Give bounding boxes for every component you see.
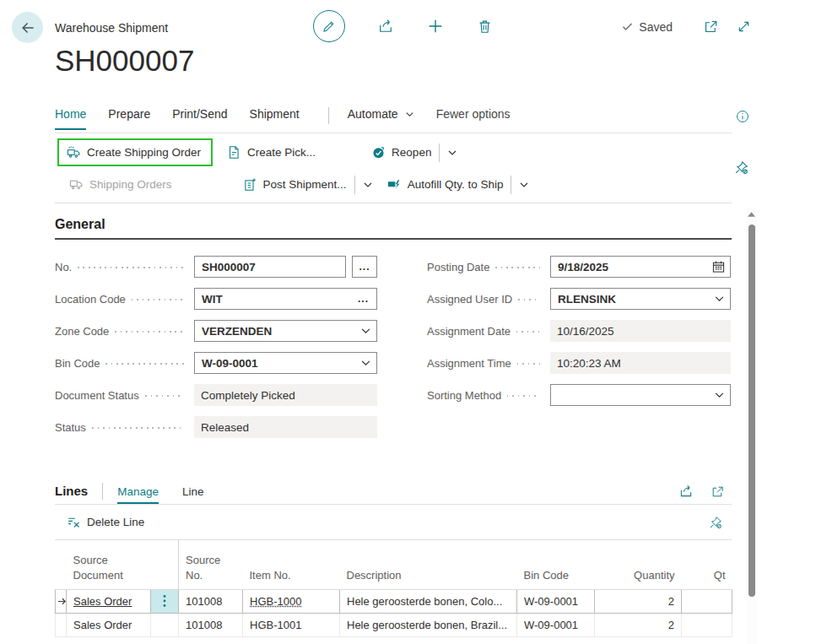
dotted-leader — [518, 299, 540, 300]
reopen-dropdown-button[interactable] — [447, 148, 457, 158]
source-document-link[interactable]: Sales Order — [67, 589, 151, 613]
source-no-cell[interactable]: 101008 — [179, 613, 243, 636]
create-pick-button[interactable]: Create Pick... — [227, 145, 316, 160]
quantity-cell[interactable]: 2 — [595, 589, 682, 613]
bin-code-cell[interactable]: W-09-0001 — [517, 589, 595, 613]
chevron-down-icon — [519, 180, 529, 190]
delete-button[interactable] — [477, 19, 493, 35]
document-status-label: Document Status — [55, 389, 139, 402]
col-quantity[interactable]: Quantity — [595, 540, 682, 589]
tab-print-send[interactable]: Print/Send — [172, 107, 227, 128]
field-row-location-code: Location Code WIT ... — [55, 288, 377, 310]
scroll-up-arrow[interactable] — [746, 208, 757, 220]
row-menu-button[interactable] — [151, 589, 179, 613]
chevron-down-icon — [405, 110, 414, 119]
scrollbar-thumb[interactable] — [748, 225, 755, 597]
warehouse-shipment-page: Warehouse Shipment Saved — [0, 0, 816, 644]
field-row-document-status: Document Status Completely Picked — [55, 384, 377, 406]
table-row-2[interactable]: Sales Order 101008 HGB-1001 Hele geroost… — [56, 613, 732, 636]
shipping-orders-label: Shipping Orders — [89, 178, 172, 191]
calendar-picker-button[interactable] — [712, 261, 725, 273]
qt-cell[interactable] — [682, 613, 732, 636]
assignment-time-value: 10:20:23 AM — [550, 352, 731, 374]
info-button[interactable] — [735, 109, 750, 124]
col-source-no[interactable]: Source No. — [179, 540, 243, 589]
lines-open-in-new-button[interactable] — [711, 484, 725, 499]
col-row-indicator — [56, 540, 67, 589]
split-divider — [354, 176, 355, 194]
bin-code-cell[interactable]: W-09-0001 — [517, 613, 595, 636]
post-shipment-dropdown-button[interactable] — [363, 180, 373, 190]
post-shipment-button[interactable]: Post Shipment... — [243, 177, 347, 192]
reopen-button[interactable]: Reopen — [371, 145, 431, 160]
assignment-time-label: Assignment Time — [427, 357, 511, 370]
lines-tab-manage[interactable]: Manage — [117, 485, 159, 504]
col-description[interactable]: Description — [340, 540, 517, 589]
automate-label: Automate — [348, 107, 398, 121]
location-code-lookup-button[interactable]: ... — [358, 293, 369, 305]
shipping-orders-button[interactable]: Shipping Orders — [69, 177, 172, 192]
chevron-down-icon — [360, 358, 371, 369]
tab-home[interactable]: Home — [55, 107, 86, 130]
trash-icon — [477, 19, 493, 35]
tab-prepare[interactable]: Prepare — [108, 107, 150, 128]
pin-lines-toolbar-button[interactable] — [708, 515, 723, 530]
zone-code-field[interactable]: VERZENDEN — [194, 320, 377, 342]
edit-button[interactable] — [313, 10, 345, 42]
posting-date-field[interactable]: 9/18/2025 — [550, 256, 731, 278]
lines-tab-line[interactable]: Line — [182, 485, 204, 504]
delete-line-button[interactable]: Delete Line — [67, 515, 144, 529]
autofill-qty-button[interactable]: Autofill Qty. to Ship — [386, 177, 504, 192]
qt-cell[interactable] — [682, 589, 732, 613]
table-row-1[interactable]: Sales Order 101008 HGB-1000 Hele geroost… — [56, 589, 732, 613]
tab-automate[interactable]: Automate — [348, 107, 414, 128]
expand-button[interactable] — [736, 19, 752, 35]
field-row-assignment-time: Assignment Time 10:20:23 AM — [427, 352, 731, 374]
col-bin-code[interactable]: Bin Code — [517, 540, 595, 589]
back-button[interactable] — [12, 12, 43, 43]
assigned-user-field[interactable]: RLENSINK — [550, 288, 731, 310]
posting-date-label: Posting Date — [427, 261, 489, 273]
item-no-link[interactable]: HGB-1000 — [243, 589, 340, 613]
reopen-label: Reopen — [392, 146, 431, 159]
assignment-date-value: 10/16/2025 — [550, 320, 731, 342]
description-cell[interactable]: Hele geroosterde bonen, Colo... — [340, 589, 517, 613]
chevron-down-icon — [714, 294, 725, 305]
new-button[interactable] — [426, 17, 445, 35]
item-no-cell[interactable]: HGB-1001 — [243, 613, 340, 636]
fewer-options-button[interactable]: Fewer options — [436, 107, 511, 128]
lines-table: Source Document Source No. Item No. Desc… — [55, 540, 732, 637]
col-item-no[interactable]: Item No. — [243, 540, 340, 589]
assigned-user-dropdown-button[interactable] — [714, 294, 725, 305]
no-assist-edit-button[interactable]: ... — [352, 256, 377, 278]
description-cell[interactable]: Hele geroosterde bonen, Brazil... — [340, 613, 517, 636]
dotted-leader — [145, 395, 184, 397]
sorting-method-field[interactable] — [550, 384, 731, 406]
source-no-cell[interactable]: 101008 — [179, 589, 243, 613]
chevron-down-icon — [363, 180, 373, 190]
arrow-left-icon — [19, 19, 36, 36]
share-button[interactable] — [377, 18, 394, 35]
autofill-dropdown-button[interactable] — [519, 180, 529, 190]
vertical-scrollbar[interactable] — [746, 208, 757, 644]
pin-ribbon-button[interactable] — [733, 160, 749, 176]
col-qt-truncated[interactable]: Qt — [682, 540, 732, 589]
no-field[interactable]: SH000007 — [194, 256, 346, 278]
posting-date-value: 9/18/2025 — [558, 261, 608, 273]
pick-document-icon — [227, 145, 241, 160]
bin-code-dropdown-button[interactable] — [360, 358, 371, 369]
bin-code-field[interactable]: W-09-0001 — [194, 352, 377, 374]
lines-share-button[interactable] — [678, 484, 694, 499]
field-row-sorting-method: Sorting Method — [427, 384, 731, 406]
col-source-document[interactable]: Source Document — [67, 540, 151, 589]
location-code-field[interactable]: WIT ... — [194, 288, 377, 310]
location-code-label: Location Code — [55, 293, 126, 306]
zone-code-dropdown-button[interactable] — [360, 326, 371, 337]
open-in-new-window-button[interactable] — [703, 19, 719, 35]
tab-shipment[interactable]: Shipment — [250, 107, 300, 128]
ellipsis-vertical-icon — [163, 594, 166, 608]
create-shipping-order-button[interactable]: Create Shipping Order — [67, 145, 201, 160]
source-document-cell[interactable]: Sales Order — [67, 613, 151, 636]
quantity-cell[interactable]: 2 — [595, 613, 682, 636]
sorting-method-dropdown-button[interactable] — [714, 390, 725, 401]
